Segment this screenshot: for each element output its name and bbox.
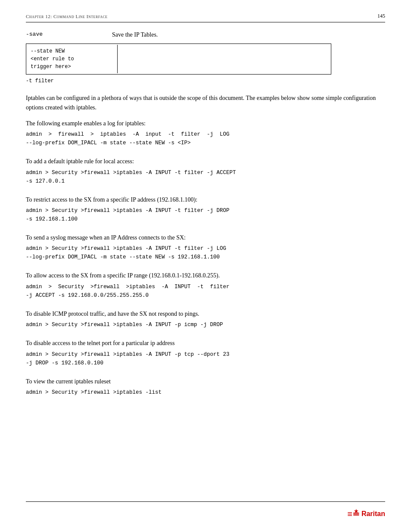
section-3: To restrict access to the SX from a spec…	[26, 195, 385, 224]
section-1-code: admin > firewall > iptables -A input -t …	[26, 130, 385, 147]
section-3-code: admin > Security >firewall >iptables -A …	[26, 206, 385, 224]
footer-line	[26, 501, 385, 502]
section-7-intro: To disable acccess to the telnet port fo…	[26, 339, 385, 348]
filter-line: -t filter	[26, 77, 385, 85]
save-desc: Save the IP Tables.	[112, 30, 158, 39]
raritan-logo-icon: ≡≛	[347, 509, 360, 519]
section-5-intro: To allow access to the SX from a specifi…	[26, 271, 385, 280]
section-2: To add a default iptable rule for local …	[26, 157, 385, 185]
page-footer: ≡≛ Raritan	[347, 509, 385, 519]
intro-paragraph: Iptables can be configured in a plethora…	[26, 93, 385, 113]
save-cmd: -save	[26, 30, 112, 39]
state-table-col2	[118, 45, 330, 73]
section-1: The following example enables a log for …	[26, 119, 385, 147]
section-5-code: admin > Security >firewall >iptables -A …	[26, 283, 385, 300]
section-2-intro: To add a default iptable rule for local …	[26, 157, 385, 166]
state-table-col1: --state NEW<enter rule totrigger here>	[27, 45, 118, 73]
section-5: To allow access to the SX from a specifi…	[26, 271, 385, 299]
section-7-code: admin > Security >firewall >iptables -A …	[26, 350, 385, 367]
section-2-code: admin > Security >firewall >iptables -A …	[26, 168, 385, 186]
content-area: -save Save the IP Tables. --state NEW<en…	[26, 30, 385, 397]
page-number: 145	[377, 13, 385, 19]
state-table: --state NEW<enter rule totrigger here>	[26, 44, 331, 75]
section-6: To disable ICMP protocol traffic, and ha…	[26, 309, 385, 329]
section-8-code: admin > Security >firewall >iptables -li…	[26, 388, 385, 397]
section-8: To view the current iptables ruleset adm…	[26, 377, 385, 397]
section-6-code: admin > Security >firewall >iptables -A …	[26, 320, 385, 329]
page-container: Chapter 12: Command Line Interface 145 -…	[0, 0, 411, 532]
section-4-code: admin > Security >firewall >iptables -A …	[26, 244, 385, 261]
page-header: Chapter 12: Command Line Interface 145	[26, 13, 385, 22]
section-4: To send a syslog message when an IP Addr…	[26, 233, 385, 261]
section-7: To disable acccess to the telnet port fo…	[26, 339, 385, 367]
section-6-intro: To disable ICMP protocol traffic, and ha…	[26, 309, 385, 319]
raritan-logo: ≡≛ Raritan	[347, 509, 385, 519]
save-row: -save Save the IP Tables.	[26, 30, 385, 39]
section-1-intro: The following example enables a log for …	[26, 119, 385, 128]
section-4-intro: To send a syslog message when an IP Addr…	[26, 233, 385, 243]
section-8-intro: To view the current iptables ruleset	[26, 377, 385, 386]
section-3-intro: To restrict access to the SX from a spec…	[26, 195, 385, 205]
chapter-title: Chapter 12: Command Line Interface	[26, 14, 108, 19]
raritan-logo-text: Raritan	[361, 510, 385, 518]
